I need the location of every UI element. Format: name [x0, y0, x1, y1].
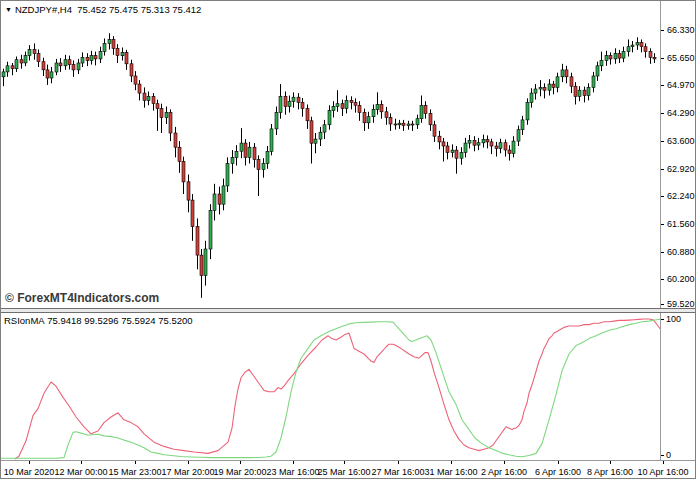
- bear-candle: [394, 124, 397, 125]
- bull-candle: [108, 39, 111, 43]
- mt4-chart-window: ▼NZDJPY#,H4 75.452 75.475 75.313 75.412 …: [0, 0, 696, 479]
- bear-candle: [116, 48, 119, 55]
- time-tick-mark: [398, 461, 399, 464]
- time-axis-label: 31 Mar 16:00: [424, 467, 477, 477]
- candlestick-chart[interactable]: [1, 1, 660, 308]
- bull-candle: [499, 143, 502, 149]
- bear-candle: [169, 113, 172, 133]
- bear-candle: [640, 43, 643, 47]
- bear-candle: [363, 113, 366, 123]
- bull-candle: [6, 66, 9, 72]
- bear-candle: [644, 47, 647, 52]
- bull-candle: [213, 194, 216, 210]
- time-axis-label: 23 Mar 16:00: [266, 467, 319, 477]
- time-tick-mark: [81, 461, 82, 464]
- bear-candle: [424, 105, 427, 113]
- bear-candle: [490, 142, 493, 146]
- bull-candle: [248, 147, 251, 157]
- symbol-timeframe-label: NZDJPY#,H4: [15, 4, 72, 15]
- bull-candle: [345, 100, 348, 108]
- bull-candle: [226, 164, 229, 186]
- bull-candle: [279, 96, 282, 112]
- bear-candle: [583, 90, 586, 95]
- bull-candle: [336, 104, 339, 107]
- time-tick-mark: [663, 461, 664, 464]
- bear-candle: [218, 194, 221, 204]
- rsi-line-chart[interactable]: [1, 313, 660, 460]
- bear-candle: [570, 77, 573, 86]
- price-tick-mark: [661, 252, 664, 253]
- bear-candle: [389, 118, 392, 125]
- bear-candle: [574, 86, 577, 96]
- price-tick-mark: [661, 279, 664, 280]
- price-tick-mark: [661, 30, 664, 31]
- indicator-name: RSIonMA: [4, 315, 45, 326]
- bull-candle: [636, 43, 639, 45]
- time-tick-mark: [188, 461, 189, 464]
- price-chart-pane[interactable]: ▼NZDJPY#,H4 75.452 75.475 75.313 75.412 …: [1, 1, 661, 308]
- bull-candle: [534, 89, 537, 93]
- bull-candle: [460, 153, 463, 159]
- bull-candle: [578, 90, 581, 96]
- bear-candle: [473, 140, 476, 145]
- bear-candle: [11, 66, 14, 69]
- bear-candle: [134, 76, 137, 84]
- time-axis-label: 8 Apr 16:00: [587, 467, 633, 477]
- time-tick-mark: [558, 461, 559, 464]
- chevron-down-icon[interactable]: ▼: [5, 6, 12, 13]
- price-axis[interactable]: 66.33065.65064.97064.29063.60062.92062.2…: [661, 1, 696, 308]
- time-axis-label: 10 Apr 16:00: [637, 467, 688, 477]
- price-tick-mark: [661, 169, 664, 170]
- bear-candle: [94, 56, 97, 59]
- bear-candle: [72, 65, 75, 70]
- price-axis-label: 60.200: [667, 274, 695, 284]
- price-axis-label: 64.970: [667, 80, 695, 90]
- bull-candle: [622, 52, 625, 59]
- bear-candle: [354, 102, 357, 105]
- bear-candle: [653, 57, 656, 59]
- bull-candle: [561, 70, 564, 77]
- bull-candle: [420, 105, 423, 118]
- bear-candle: [380, 105, 383, 112]
- bear-candle: [649, 52, 652, 58]
- bear-candle: [196, 227, 199, 256]
- bull-candle: [15, 60, 18, 69]
- price-axis-label: 63.600: [667, 136, 695, 146]
- bear-candle: [59, 63, 62, 66]
- bear-candle: [130, 64, 133, 76]
- bull-candle: [332, 107, 335, 111]
- bull-candle: [517, 130, 520, 141]
- bull-candle: [270, 129, 273, 151]
- bear-candle: [125, 52, 128, 63]
- bull-candle: [398, 123, 401, 125]
- ohlc-values: 75.452 75.475 75.313 75.412: [77, 4, 201, 15]
- indicator-axis[interactable]: 1000: [661, 313, 696, 461]
- time-axis[interactable]: 10 Mar 202012 Mar 00:0015 Mar 23:0017 Ma…: [1, 461, 696, 479]
- indicator-axis-label: 100: [666, 314, 681, 324]
- bear-candle: [486, 140, 489, 142]
- time-axis-label: 12 Mar 00:00: [54, 467, 107, 477]
- watermark-text: © ForexMT4Indicators.com: [5, 291, 159, 305]
- indicator-axis-label: 0: [666, 450, 671, 460]
- bull-candle: [596, 66, 599, 76]
- bull-candle: [121, 52, 124, 55]
- time-axis-label: 6 Apr 16:00: [535, 467, 581, 477]
- time-tick-mark: [29, 461, 30, 464]
- time-axis-label: 27 Mar 16:00: [371, 467, 424, 477]
- bull-candle: [209, 210, 212, 249]
- bear-candle: [433, 125, 436, 136]
- price-tick-mark: [661, 196, 664, 197]
- bull-candle: [81, 57, 84, 63]
- bull-candle: [50, 72, 53, 78]
- bull-candle: [592, 76, 595, 87]
- bear-candle: [565, 70, 568, 77]
- bull-candle: [28, 50, 31, 56]
- bear-candle: [33, 50, 36, 54]
- price-tick-mark: [661, 224, 664, 225]
- indicator-tick-mark: [661, 455, 664, 456]
- bull-candle: [482, 140, 485, 143]
- bear-candle: [385, 112, 388, 118]
- indicator-pane[interactable]: RSIonMA 75.9418 99.5296 75.5924 75.5200: [1, 313, 661, 461]
- bear-candle: [504, 143, 507, 150]
- bear-candle: [552, 84, 555, 87]
